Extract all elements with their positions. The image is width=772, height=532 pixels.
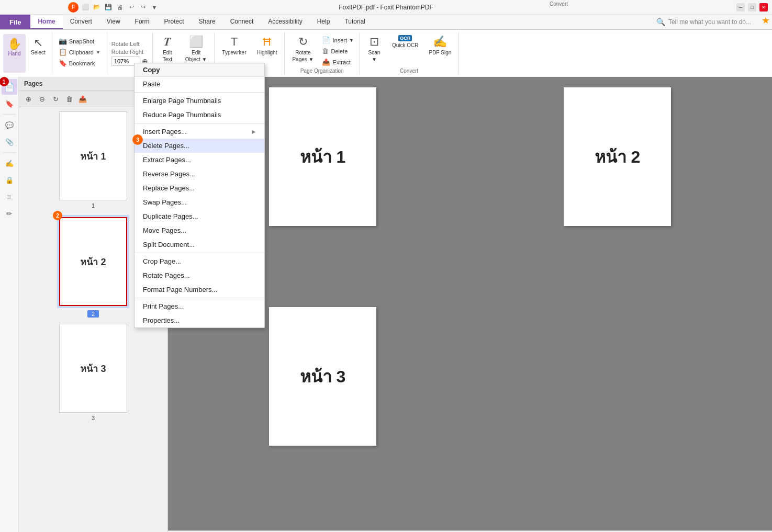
tab-view[interactable]: View bbox=[99, 15, 128, 29]
highlight-button[interactable]: Ħ Highlight bbox=[253, 33, 282, 58]
comments-button[interactable]: 💬 bbox=[2, 117, 17, 133]
page-thumb-img-1[interactable]: หน้า 1 bbox=[59, 111, 127, 200]
ribbon-tabs: File Home Convert View Form Protect Shar… bbox=[0, 15, 772, 30]
more-icon[interactable]: ▼ bbox=[150, 3, 159, 12]
rotate-pages-button[interactable]: ↻ Rotate Pages ▼ bbox=[288, 33, 318, 64]
delete-button[interactable]: 🗑 Delete bbox=[320, 46, 355, 56]
pdf-page-1[interactable]: หน้า 1 bbox=[269, 87, 376, 226]
edit-object-button[interactable]: ⬜ Edit Object ▼ bbox=[181, 33, 211, 64]
cm-item-duplicate-pages[interactable]: Duplicate Pages... bbox=[135, 209, 264, 223]
tab-tutorial[interactable]: Tutorial bbox=[337, 15, 373, 29]
pages-delete-button[interactable]: 🗑 bbox=[63, 93, 75, 105]
security-button[interactable]: 🔒 bbox=[2, 172, 17, 188]
pdf-page-3[interactable]: หน้า 3 bbox=[269, 307, 376, 446]
badge-3: 3 bbox=[132, 134, 143, 145]
rotate-pages-label: Rotate bbox=[295, 50, 310, 55]
window-title: FoxitPDF.pdf - Foxit PhantomPDF bbox=[339, 4, 433, 11]
page1-badge-container: หน้า 1 bbox=[59, 111, 127, 200]
cm-item-enlarge-thumbnails[interactable]: Enlarge Page Thumbnails bbox=[135, 94, 264, 108]
attachments-button[interactable]: 📎 bbox=[2, 134, 17, 150]
cm-item-extract-pages[interactable]: Extract Pages... bbox=[135, 153, 264, 167]
tab-help[interactable]: Help bbox=[310, 15, 338, 29]
cm-item-paste[interactable]: Paste bbox=[135, 77, 264, 91]
insert-button[interactable]: 📄 Insert ▼ bbox=[320, 35, 355, 45]
typewriter-button[interactable]: T Typewriter bbox=[218, 33, 250, 58]
tab-home[interactable]: Home bbox=[30, 15, 62, 29]
redo-icon[interactable]: ↪ bbox=[138, 3, 148, 12]
extract-button[interactable]: 📤 Extract bbox=[320, 57, 355, 67]
save-icon[interactable]: 💾 bbox=[104, 3, 113, 12]
scan-label2: ▼ bbox=[372, 56, 377, 62]
bookmark-icon: 🔖 bbox=[59, 59, 67, 67]
clipboard-group-label bbox=[57, 73, 103, 74]
page-thumb-img-3[interactable]: หน้า 3 bbox=[59, 324, 127, 413]
hand-tool-button[interactable]: ✋ Hand bbox=[3, 34, 26, 73]
pages-zoom-in-button[interactable]: ⊕ bbox=[22, 93, 35, 105]
cm-item-rotate-pages[interactable]: Rotate Pages... bbox=[135, 268, 264, 282]
print-icon[interactable]: 🖨 bbox=[115, 3, 125, 12]
edit-text-label: Edit bbox=[163, 50, 172, 55]
cm-item-crop-page[interactable]: Crop Page... bbox=[135, 254, 264, 268]
tab-share[interactable]: Share bbox=[192, 15, 223, 29]
edit-object-icon: ⬜ bbox=[189, 35, 203, 49]
cm-item-copy[interactable]: Copy bbox=[135, 63, 264, 77]
cm-item-replace-pages[interactable]: Replace Pages... bbox=[135, 181, 264, 195]
minimize-button[interactable]: ─ bbox=[736, 3, 745, 12]
signature-button[interactable]: ✍ bbox=[2, 155, 17, 171]
page2-text: หน้า 2 bbox=[80, 254, 106, 269]
scan-button[interactable]: ⊡ Scan ▼ bbox=[363, 33, 386, 64]
search-placeholder[interactable]: Tell me what you want to do... bbox=[668, 18, 751, 26]
tab-accessibility[interactable]: Accessibility bbox=[261, 15, 309, 29]
open-icon[interactable]: 📂 bbox=[92, 3, 102, 12]
cm-item-split-document[interactable]: Split Document... bbox=[135, 237, 264, 252]
clipboard-button[interactable]: 📋 Clipboard ▼ bbox=[57, 47, 103, 57]
close-button[interactable]: ✕ bbox=[759, 3, 768, 12]
bookmark-label: Bookmark bbox=[69, 60, 95, 66]
tab-convert[interactable]: Convert bbox=[63, 15, 99, 29]
page-thumb-img-2[interactable]: หน้า 2 bbox=[59, 217, 127, 306]
cm-item-format-page-numbers[interactable]: Format Page Numbers... bbox=[135, 282, 264, 297]
pages-zoom-out-button[interactable]: ⊖ bbox=[36, 93, 48, 105]
favorite-star-icon[interactable]: ★ bbox=[762, 15, 770, 29]
pdf-sign-button[interactable]: ✍ PDF Sign bbox=[424, 33, 455, 64]
bookmarks-button[interactable]: 🔖 bbox=[2, 96, 17, 111]
maximize-button[interactable]: □ bbox=[748, 3, 756, 12]
page2-label: 2 bbox=[87, 310, 99, 318]
bookmark-button[interactable]: 🔖 Bookmark bbox=[57, 58, 103, 68]
pages-tool-container: 1 📄 bbox=[2, 79, 17, 95]
edit-text-button[interactable]: 𝑻 Edit Text bbox=[156, 33, 179, 64]
pages-rotate-button[interactable]: ↻ bbox=[49, 93, 62, 105]
pages-extract-button[interactable]: 📤 bbox=[76, 93, 89, 105]
tab-protect[interactable]: Protect bbox=[157, 15, 192, 29]
cm-item-move-pages[interactable]: Move Pages... bbox=[135, 223, 264, 237]
hand-icon: ✋ bbox=[7, 37, 21, 51]
tools-group: ✋ Hand ↖ Select bbox=[0, 32, 52, 75]
clipboard-group: 📷 SnapShot 📋 Clipboard ▼ 🔖 Bookmark bbox=[52, 32, 107, 75]
tab-file[interactable]: File bbox=[0, 15, 30, 29]
edit-object-label2: Object ▼ bbox=[185, 56, 207, 62]
cm-item-delete-pages[interactable]: Delete Pages... 3 bbox=[135, 139, 264, 153]
clipboard-icon: 📋 bbox=[59, 48, 67, 56]
select-tool-button[interactable]: ↖ Select bbox=[27, 33, 50, 74]
cm-item-reduce-thumbnails[interactable]: Reduce Page Thumbnails bbox=[135, 108, 264, 122]
titlebar-left-icons: F ⬜ 📂 💾 🖨 ↩ ↪ ▼ bbox=[68, 2, 159, 13]
tab-connect[interactable]: Connect bbox=[223, 15, 261, 29]
pdf-page-2[interactable]: หน้า 2 bbox=[564, 87, 671, 226]
cm-item-insert-pages[interactable]: Insert Pages... ▶ bbox=[135, 124, 264, 139]
quick-ocr-button[interactable]: OCR Quick OCR bbox=[388, 33, 423, 64]
tab-form[interactable]: Form bbox=[128, 15, 157, 29]
cm-item-print-pages[interactable]: Print Pages... bbox=[135, 299, 264, 313]
cm-item-swap-pages[interactable]: Swap Pages... bbox=[135, 195, 264, 209]
cm-item-properties[interactable]: Properties... bbox=[135, 313, 264, 327]
edit-text-icon: 𝑻 bbox=[164, 35, 171, 49]
insert-icon: 📄 bbox=[322, 36, 330, 44]
edit-object-label: Edit bbox=[192, 50, 200, 55]
undo-icon[interactable]: ↩ bbox=[127, 3, 136, 12]
cm-item-reverse-pages[interactable]: Reverse Pages... bbox=[135, 167, 264, 181]
toolbar-separator-2 bbox=[3, 152, 16, 153]
scan-icon: ⊡ bbox=[370, 35, 379, 49]
pen-button[interactable]: ✏ bbox=[2, 206, 17, 221]
layers-button[interactable]: ≡ bbox=[2, 189, 17, 205]
snapshot-button[interactable]: 📷 SnapShot bbox=[57, 36, 103, 46]
new-icon[interactable]: ⬜ bbox=[81, 3, 90, 12]
